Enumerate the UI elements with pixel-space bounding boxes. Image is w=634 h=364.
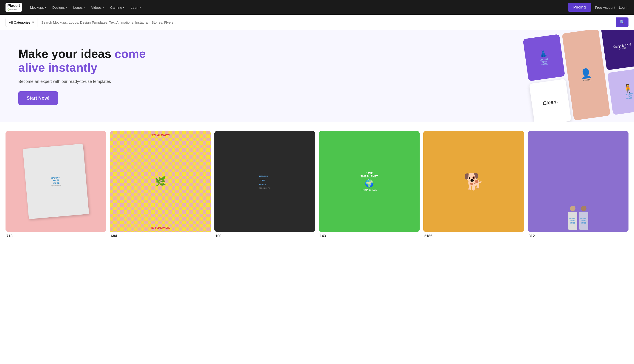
chevron-down-icon: ▾ bbox=[32, 20, 34, 24]
person-figure-2: UPLOADYOURIMAGE bbox=[579, 206, 588, 230]
category-label: All Categories bbox=[9, 20, 30, 24]
chevron-down-icon: ▾ bbox=[45, 6, 46, 9]
tshirt-upload-text: UPLOADYOURIMAGE bbox=[259, 175, 268, 186]
navbar: Placeit ⬡ envato Mockups ▾ Designs ▾ Log… bbox=[0, 0, 634, 15]
hero-content: Make your ideas come alive instantly Bec… bbox=[18, 47, 156, 105]
grid-item-count-tshirt: 100 bbox=[214, 234, 315, 238]
chevron-down-icon: ▾ bbox=[66, 6, 67, 9]
420-icon: 🌿 bbox=[110, 131, 211, 232]
grid-item-count-420: 684 bbox=[110, 234, 211, 238]
bag-upload-text: UPLOADYOURIMAGE bbox=[51, 176, 60, 185]
start-now-button[interactable]: Start Now! bbox=[18, 91, 58, 105]
nav-links: Mockups ▾ Designs ▾ Logos ▾ Videos ▾ Gam… bbox=[27, 4, 566, 11]
nav-mockups[interactable]: Mockups ▾ bbox=[27, 4, 49, 11]
nav-gaming[interactable]: Gaming ▾ bbox=[108, 4, 127, 11]
pricing-button[interactable]: Pricing bbox=[568, 3, 591, 12]
category-dropdown[interactable]: All Categories ▾ bbox=[6, 18, 37, 27]
grid-item-count-bag: 713 bbox=[6, 234, 106, 238]
chevron-down-icon: ▾ bbox=[84, 6, 85, 9]
items-grid: UPLOADYOURIMAGE 700×1000 PX 713 IT'S ALW… bbox=[6, 131, 628, 238]
grid-item-people[interactable]: UPLOADYOURIMAGE UPLOADYOURIMAGE 312 bbox=[528, 131, 628, 238]
hero-section: Make your ideas come alive instantly Bec… bbox=[0, 30, 634, 122]
planet-subtitle: THINK GREEN bbox=[361, 189, 377, 191]
nav-mockups-label: Mockups bbox=[30, 6, 44, 10]
grid-item-count-dog: 2185 bbox=[423, 234, 524, 238]
search-icon: 🔍 bbox=[620, 20, 625, 25]
chevron-down-icon: ▾ bbox=[123, 6, 124, 9]
hero-title: Make your ideas come alive instantly bbox=[18, 47, 156, 74]
hero-card-4: Clean. bbox=[529, 79, 571, 122]
chevron-down-icon: ▾ bbox=[102, 6, 104, 9]
hero-card-3: Gary & Earl Est. 2021 bbox=[601, 30, 634, 70]
search-bar: All Categories ▾ 🔍 bbox=[0, 15, 634, 30]
person-figure-1: UPLOADYOURIMAGE bbox=[568, 206, 577, 230]
nav-designs-label: Designs bbox=[52, 6, 65, 10]
tshirt-size-text: 750×1200 PX bbox=[259, 187, 270, 189]
free-account-link[interactable]: Free Account bbox=[595, 6, 615, 10]
grid-item-420[interactable]: IT'S ALWAYS 🌿 420 SOMEWHERE 684 bbox=[110, 131, 211, 238]
nav-right: Pricing Free Account Log In bbox=[568, 3, 628, 12]
hero-card-5: 🧍 UPLOADYOURIMAGE bbox=[607, 68, 634, 115]
planet-emoji: 🌍 bbox=[365, 179, 374, 188]
nav-videos-label: Videos bbox=[91, 6, 102, 10]
logo[interactable]: Placeit ⬡ envato bbox=[6, 3, 22, 12]
hero-subtitle: Become an expert with our ready-to-use t… bbox=[18, 79, 156, 84]
nav-logos[interactable]: Logos ▾ bbox=[70, 4, 88, 11]
search-button[interactable]: 🔍 bbox=[616, 18, 628, 27]
nav-learn[interactable]: Learn ▾ bbox=[128, 4, 144, 11]
logo-name: Placeit bbox=[7, 4, 20, 8]
search-input[interactable] bbox=[37, 18, 616, 27]
nav-videos[interactable]: Videos ▾ bbox=[88, 4, 106, 11]
hero-card-1: 👗 UPLOADYOURIMAGE bbox=[523, 34, 565, 81]
chevron-down-icon: ▾ bbox=[140, 6, 142, 9]
planet-title: SaveTHE PLANET bbox=[360, 172, 378, 178]
hero-images: 👗 UPLOADYOURIMAGE 👤 Portrait Gary & Earl… bbox=[254, 30, 634, 122]
grid-item-planet[interactable]: SaveTHE PLANET 🌍 THINK GREEN 143 bbox=[319, 131, 420, 238]
nav-learn-label: Learn bbox=[130, 6, 139, 10]
hero-title-part1: Make your ideas bbox=[18, 47, 114, 60]
logo-envato: ⬡ envato bbox=[7, 8, 20, 11]
grid-item-dog[interactable]: 🐕 2185 bbox=[423, 131, 524, 238]
nav-designs[interactable]: Designs ▾ bbox=[50, 4, 70, 11]
grid-item-count-planet: 143 bbox=[319, 234, 420, 238]
nav-logos-label: Logos bbox=[73, 6, 83, 10]
grid-item-tshirt[interactable]: UPLOADYOURIMAGE 750×1200 PX 100 bbox=[214, 131, 315, 238]
420-sub-text: 420 SOMEWHERE bbox=[110, 226, 211, 229]
grid-item-count-people: 312 bbox=[528, 234, 628, 238]
dog-emoji: 🐕 bbox=[464, 172, 484, 191]
grid-item-bag[interactable]: UPLOADYOURIMAGE 700×1000 PX 713 bbox=[6, 131, 106, 238]
login-link[interactable]: Log In bbox=[619, 6, 628, 10]
grid-section: UPLOADYOURIMAGE 700×1000 PX 713 IT'S ALW… bbox=[0, 122, 634, 243]
nav-gaming-label: Gaming bbox=[110, 6, 122, 10]
